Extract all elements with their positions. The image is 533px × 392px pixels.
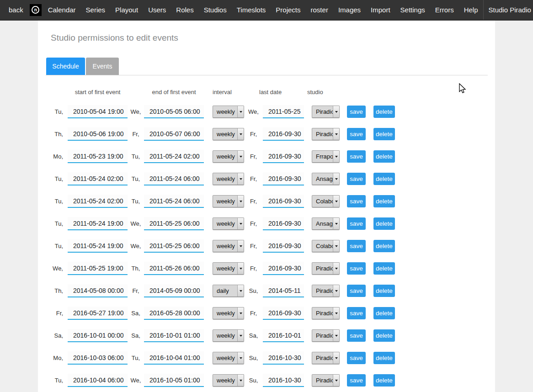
last-date-input[interactable] [263, 262, 304, 275]
delete-button[interactable]: delete [373, 128, 395, 140]
nav-item-settings[interactable]: Settings [395, 0, 430, 20]
nav-item-import[interactable]: Import [366, 0, 395, 20]
end-of-first-event-input[interactable] [144, 307, 204, 320]
end-of-first-event-input[interactable] [144, 239, 204, 253]
interval-select[interactable]: weekly [213, 374, 244, 387]
interval-select[interactable]: weekly [213, 352, 244, 364]
interval-select[interactable]: weekly [213, 240, 244, 252]
tab-schedule[interactable]: Schedule [46, 58, 85, 75]
start-of-first-event-input[interactable] [68, 351, 128, 365]
save-button[interactable]: save [347, 307, 366, 319]
save-button[interactable]: save [347, 352, 366, 364]
delete-button[interactable]: delete [373, 173, 395, 185]
last-date-input[interactable] [263, 105, 304, 118]
start-of-first-event-input[interactable] [68, 217, 128, 230]
delete-button[interactable]: delete [373, 262, 395, 275]
end-of-first-event-input[interactable] [144, 150, 204, 163]
nav-item-projects[interactable]: Projects [271, 0, 305, 20]
nav-item-users[interactable]: Users [143, 0, 171, 20]
nav-item-roles[interactable]: Roles [171, 0, 198, 20]
studio-select[interactable]: Piradio [312, 352, 340, 364]
studio-select[interactable]: Piradio [312, 128, 340, 140]
studio-select[interactable]: Piradio [312, 329, 340, 342]
nav-item-calendar[interactable]: Calendar [43, 0, 81, 20]
nav-item-help[interactable]: Help [459, 0, 483, 20]
delete-button[interactable]: delete [373, 106, 395, 118]
nav-item-images[interactable]: Images [333, 0, 366, 20]
studio-select[interactable]: Piradio [312, 374, 340, 387]
delete-button[interactable]: delete [373, 374, 395, 387]
studio-select[interactable]: Piradio [312, 106, 340, 118]
start-of-first-event-input[interactable] [68, 284, 128, 297]
start-of-first-event-input[interactable] [68, 172, 128, 185]
studio-select[interactable]: Piradio [312, 285, 340, 297]
last-date-input[interactable] [263, 127, 304, 141]
studio-select[interactable]: Colabo [312, 195, 340, 207]
studio-select[interactable]: Frrapo [312, 150, 340, 163]
studio-dropdown[interactable]: Studio Piradio [483, 0, 533, 20]
nav-item-studios[interactable]: Studios [199, 0, 232, 20]
studio-select[interactable]: Colabo [312, 240, 340, 252]
nav-item-series[interactable]: Series [81, 0, 111, 20]
interval-select[interactable]: weekly [213, 128, 244, 140]
start-of-first-event-input[interactable] [68, 150, 128, 163]
last-date-input[interactable] [263, 307, 304, 320]
save-button[interactable]: save [347, 195, 366, 207]
end-of-first-event-input[interactable] [144, 105, 204, 118]
last-date-input[interactable] [263, 239, 304, 253]
start-of-first-event-input[interactable] [68, 239, 128, 253]
last-date-input[interactable] [263, 217, 304, 230]
delete-button[interactable]: delete [373, 150, 395, 163]
interval-select[interactable]: weekly [213, 329, 244, 342]
nav-item-timeslots[interactable]: Timeslots [232, 0, 271, 20]
start-of-first-event-input[interactable] [68, 329, 128, 342]
nav-item-playout[interactable]: Playout [110, 0, 143, 20]
interval-select[interactable]: weekly [213, 307, 244, 319]
interval-select[interactable]: weekly [213, 173, 244, 185]
interval-select[interactable]: weekly [213, 106, 244, 118]
start-of-first-event-input[interactable] [68, 105, 128, 118]
save-button[interactable]: save [347, 285, 366, 297]
delete-button[interactable]: delete [373, 352, 395, 364]
studio-select[interactable]: Ansage [312, 217, 340, 230]
start-of-first-event-input[interactable] [68, 262, 128, 275]
save-button[interactable]: save [347, 374, 366, 387]
end-of-first-event-input[interactable] [144, 351, 204, 365]
save-button[interactable]: save [347, 150, 366, 163]
start-of-first-event-input[interactable] [68, 195, 128, 208]
end-of-first-event-input[interactable] [144, 172, 204, 185]
start-of-first-event-input[interactable] [68, 307, 128, 320]
studio-select[interactable]: Piradio [312, 262, 340, 275]
studio-select[interactable]: Ansage [312, 173, 340, 185]
delete-button[interactable]: delete [373, 285, 395, 297]
delete-button[interactable]: delete [373, 329, 395, 342]
interval-select[interactable]: weekly [213, 262, 244, 275]
end-of-first-event-input[interactable] [144, 195, 204, 208]
back-link[interactable]: back [7, 6, 25, 14]
tab-events[interactable]: Events [86, 58, 119, 75]
end-of-first-event-input[interactable] [144, 127, 204, 141]
save-button[interactable]: save [347, 262, 366, 275]
last-date-input[interactable] [263, 195, 304, 208]
studio-select[interactable]: Piradio [312, 307, 340, 319]
save-button[interactable]: save [347, 106, 366, 118]
save-button[interactable]: save [347, 173, 366, 185]
nav-item-errors[interactable]: Errors [430, 0, 459, 20]
end-of-first-event-input[interactable] [144, 374, 204, 387]
delete-button[interactable]: delete [373, 307, 395, 319]
save-button[interactable]: save [347, 240, 366, 252]
end-of-first-event-input[interactable] [144, 329, 204, 342]
interval-select[interactable]: weekly [213, 195, 244, 207]
delete-button[interactable]: delete [373, 217, 395, 230]
radio-logo-icon[interactable]: n [30, 4, 42, 16]
start-of-first-event-input[interactable] [68, 127, 128, 141]
save-button[interactable]: save [347, 217, 366, 230]
end-of-first-event-input[interactable] [144, 262, 204, 275]
last-date-input[interactable] [263, 150, 304, 163]
last-date-input[interactable] [263, 172, 304, 185]
save-button[interactable]: save [347, 128, 366, 140]
last-date-input[interactable] [263, 284, 304, 297]
interval-select[interactable]: weekly [213, 217, 244, 230]
last-date-input[interactable] [263, 351, 304, 365]
interval-select[interactable]: daily [213, 285, 244, 297]
